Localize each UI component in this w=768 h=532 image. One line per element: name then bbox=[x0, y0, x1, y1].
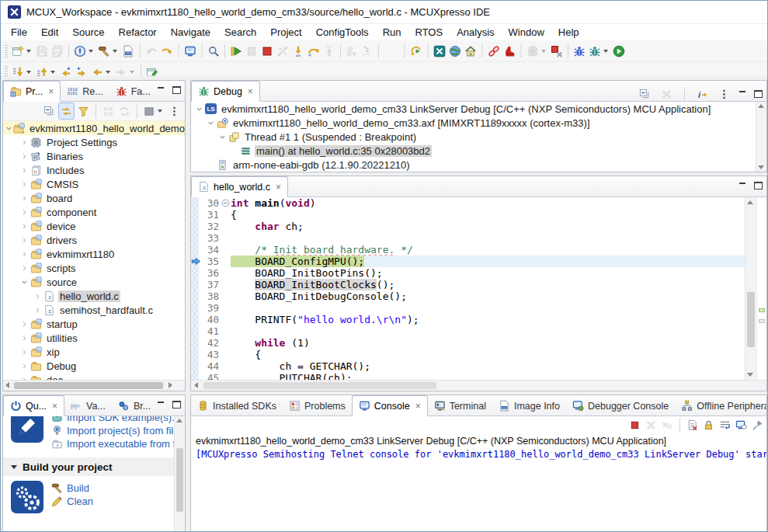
quickstart-import-executable-from-file-s[interactable]: .cImport executable from file s bbox=[51, 438, 185, 450]
dropdown-arrow-icon[interactable] bbox=[113, 50, 117, 53]
section-collapse-icon[interactable] bbox=[11, 465, 17, 469]
menu-refactor[interactable]: Refactor bbox=[112, 26, 164, 39]
collapsed-arrow-icon[interactable] bbox=[19, 153, 30, 160]
tab-pr[interactable]: Pr...× bbox=[3, 81, 61, 102]
link-red-button[interactable] bbox=[486, 43, 502, 59]
maximize-button[interactable] bbox=[172, 86, 181, 94]
scrollbar-thumb[interactable] bbox=[203, 382, 436, 389]
build-hammer-button[interactable] bbox=[96, 43, 120, 59]
menu-source[interactable]: Source bbox=[65, 26, 111, 39]
debug-bug-button[interactable] bbox=[572, 43, 587, 59]
tree-item-evkmimxrt1180-hello-world-demo-cm33-axf-[interactable]: evkmimxrt1180_hello_world_demo_cm33.axf … bbox=[191, 116, 766, 130]
menu-file[interactable]: File bbox=[4, 26, 34, 39]
code-line-45[interactable]: 45 PUTCHAR(ch); bbox=[191, 372, 745, 380]
quickstart-clean[interactable]: Clean bbox=[51, 495, 93, 507]
tree-item-arm-none-eabi-gdb-12-1-90-20221210[interactable]: arm-none-eabi-gdb (12.1.90.20221210) bbox=[191, 158, 766, 172]
collapsed-arrow-icon[interactable] bbox=[19, 223, 30, 230]
dropdown-arrow-icon[interactable] bbox=[89, 50, 93, 53]
undo-button[interactable] bbox=[144, 43, 159, 59]
minimize-button[interactable] bbox=[157, 86, 165, 94]
dropdown-arrow-icon[interactable] bbox=[26, 71, 31, 74]
menu-configtools[interactable]: ConfigTools bbox=[309, 26, 376, 39]
terminate-remove-button[interactable] bbox=[549, 43, 565, 59]
tab-problems[interactable]: Problems bbox=[283, 396, 352, 416]
code-line-41[interactable]: 41 bbox=[191, 325, 745, 337]
tree-item-drivers[interactable]: cdrivers bbox=[3, 233, 185, 247]
restart-button[interactable] bbox=[408, 43, 424, 59]
step-into-button[interactable] bbox=[290, 43, 306, 59]
step-return-alt-button[interactable] bbox=[398, 43, 401, 59]
code-line-35[interactable]: 35 BOARD_ConfigMPU(); bbox=[191, 256, 745, 267]
remove-launch-button[interactable] bbox=[644, 417, 659, 433]
expanded-arrow-icon[interactable] bbox=[217, 134, 228, 141]
line-number[interactable]: 32 bbox=[199, 221, 221, 232]
quickstart-build[interactable]: Build bbox=[51, 482, 93, 494]
expanded-arrow-icon[interactable] bbox=[19, 279, 30, 286]
dropdown-arrow-icon[interactable] bbox=[158, 110, 162, 113]
collapsed-arrow-icon[interactable] bbox=[19, 363, 30, 370]
save-all-button[interactable] bbox=[50, 43, 65, 59]
terminate-console-button[interactable] bbox=[627, 417, 642, 433]
tree-item-source[interactable]: csource bbox=[3, 275, 185, 289]
tab-terminal[interactable]: Terminal bbox=[428, 396, 492, 416]
scroll-left-icon[interactable] bbox=[194, 382, 198, 388]
menu-project[interactable]: Project bbox=[263, 26, 308, 39]
instruction-stepping-mode-button[interactable]: i bbox=[695, 86, 710, 102]
line-number[interactable]: 38 bbox=[199, 290, 221, 302]
search-button[interactable] bbox=[206, 43, 221, 59]
globe-button[interactable] bbox=[447, 43, 463, 59]
annotation-mark-green[interactable] bbox=[759, 308, 765, 312]
menu-analysis[interactable]: Analysis bbox=[450, 26, 501, 39]
close-icon[interactable]: × bbox=[276, 182, 281, 193]
expanded-arrow-icon[interactable] bbox=[205, 120, 216, 127]
editor-horizontal-scrollbar[interactable] bbox=[191, 380, 766, 391]
tree-item-xip[interactable]: cxip bbox=[3, 345, 185, 359]
memory-button[interactable] bbox=[525, 43, 549, 59]
tree-item-thread-1-1-suspended-breakpoint[interactable]: Thread #1 1 (Suspended : Breakpoint) bbox=[191, 130, 766, 144]
tree-item-semihost-hardfault-c[interactable]: .csemihost_hardfault.c bbox=[3, 303, 185, 317]
word-wrap-button[interactable] bbox=[718, 417, 732, 433]
close-icon[interactable]: × bbox=[48, 86, 54, 97]
code-line-33[interactable]: 33 bbox=[191, 232, 745, 244]
quickstart-import-project-s-from-file-sy[interactable]: Import project(s) from file sy bbox=[51, 425, 185, 436]
scroll-down-icon[interactable] bbox=[758, 165, 764, 169]
scroll-down-icon[interactable] bbox=[747, 373, 753, 377]
dropdown-arrow-icon[interactable] bbox=[541, 50, 546, 53]
collapsed-arrow-icon[interactable] bbox=[19, 167, 30, 174]
minimize-button[interactable] bbox=[738, 90, 747, 98]
instruction-stepping-button[interactable] bbox=[344, 43, 360, 59]
run-button[interactable] bbox=[611, 43, 627, 59]
scroll-left-icon[interactable] bbox=[5, 382, 9, 388]
line-number[interactable]: 43 bbox=[199, 349, 221, 360]
tab-installed-sdks[interactable]: Installed SDKs bbox=[191, 396, 283, 416]
scroll-up-icon[interactable] bbox=[176, 419, 182, 422]
line-number[interactable]: 31 bbox=[199, 209, 221, 221]
fold-minus-icon[interactable] bbox=[221, 197, 231, 209]
collapsed-arrow-icon[interactable] bbox=[19, 139, 30, 146]
line-number[interactable]: 39 bbox=[199, 302, 221, 314]
tree-item-evkmimxrt1180-hello-world-demo-cm33-link[interactable]: LSevkmimxrt1180_hello_world_demo_cm33 Li… bbox=[191, 102, 766, 116]
binary-utilities-button[interactable]: 010 bbox=[120, 43, 136, 59]
collapsed-arrow-icon[interactable] bbox=[19, 335, 30, 342]
menu-window[interactable]: Window bbox=[502, 26, 551, 39]
menu-edit[interactable]: Edit bbox=[34, 26, 65, 39]
tree-item-debug[interactable]: Debug bbox=[3, 359, 185, 373]
line-number[interactable]: 30 bbox=[199, 197, 221, 209]
tree-item-binaries[interactable]: 10Binaries bbox=[3, 149, 185, 163]
expanded-arrow-icon[interactable] bbox=[5, 125, 12, 132]
tree-item-main-at-hello-world-c-35-0x28003bd2[interactable]: main() at hello_world.c:35 0x28003bd2 bbox=[191, 144, 766, 158]
collapsed-arrow-icon[interactable] bbox=[19, 251, 30, 258]
code-area[interactable]: 30int main(void)31{32 char ch;3334 /* In… bbox=[191, 197, 745, 380]
scroll-up-icon[interactable] bbox=[758, 104, 764, 108]
dropdown-arrow-icon[interactable] bbox=[130, 71, 134, 74]
tab-hello-world-c[interactable]: .chello_world.c× bbox=[191, 176, 288, 197]
minimize-button[interactable] bbox=[738, 182, 747, 190]
collapse-all-button[interactable] bbox=[42, 103, 57, 119]
scrollbar-thumb[interactable] bbox=[176, 448, 183, 511]
editor-vertical-scrollbar[interactable] bbox=[745, 197, 756, 380]
line-number[interactable]: 41 bbox=[199, 325, 221, 337]
code-line-43[interactable]: 43 { bbox=[191, 349, 745, 360]
collapsed-arrow-icon[interactable] bbox=[19, 321, 30, 328]
dropdown-arrow-icon[interactable] bbox=[603, 50, 608, 53]
code-line-36[interactable]: 36 BOARD_InitBootPins(); bbox=[191, 267, 745, 279]
